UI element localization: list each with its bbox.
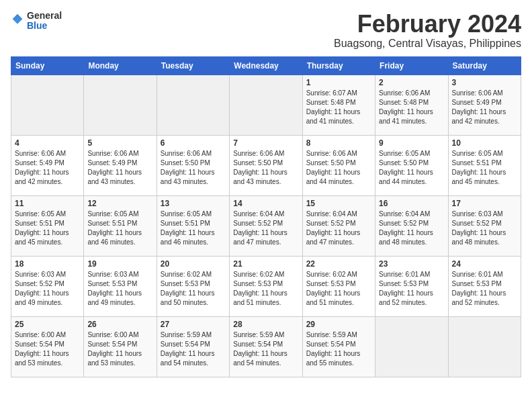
calendar-cell: 24Sunrise: 6:01 AM Sunset: 5:53 PM Dayli…: [448, 256, 521, 316]
day-info: Sunrise: 6:06 AM Sunset: 5:49 PM Dayligh…: [15, 149, 80, 187]
calendar-cell: 17Sunrise: 6:03 AM Sunset: 5:52 PM Dayli…: [448, 195, 521, 256]
day-number: 1: [306, 78, 371, 87]
day-info: Sunrise: 6:06 AM Sunset: 5:48 PM Dayligh…: [379, 89, 444, 126]
calendar-cell: 5Sunrise: 6:06 AM Sunset: 5:49 PM Daylig…: [84, 135, 157, 195]
header-day-tuesday: Tuesday: [157, 56, 229, 75]
day-number: 18: [15, 259, 80, 269]
day-number: 28: [233, 320, 298, 329]
day-info: Sunrise: 6:06 AM Sunset: 5:50 PM Dayligh…: [306, 149, 371, 187]
day-info: Sunrise: 6:06 AM Sunset: 5:49 PM Dayligh…: [87, 149, 152, 187]
location-subtitle: Buagsong, Central Visayas, Philippines: [334, 38, 521, 50]
header-row: SundayMondayTuesdayWednesdayThursdayFrid…: [11, 56, 521, 75]
calendar-cell: [375, 316, 448, 377]
calendar-cell: 23Sunrise: 6:01 AM Sunset: 5:53 PM Dayli…: [375, 256, 448, 316]
header-day-monday: Monday: [84, 56, 157, 75]
day-number: 17: [452, 199, 517, 208]
day-number: 4: [15, 138, 80, 148]
day-number: 10: [452, 138, 517, 148]
day-info: Sunrise: 6:04 AM Sunset: 5:52 PM Dayligh…: [306, 210, 371, 247]
day-number: 24: [452, 259, 517, 269]
logo: General Blue: [11, 11, 62, 32]
calendar-week-1: 1Sunrise: 6:07 AM Sunset: 5:48 PM Daylig…: [11, 75, 521, 135]
calendar-cell: 29Sunrise: 5:59 AM Sunset: 5:54 PM Dayli…: [302, 316, 375, 377]
day-info: Sunrise: 6:05 AM Sunset: 5:51 PM Dayligh…: [15, 210, 80, 247]
day-info: Sunrise: 6:03 AM Sunset: 5:53 PM Dayligh…: [87, 270, 152, 308]
day-info: Sunrise: 6:01 AM Sunset: 5:53 PM Dayligh…: [379, 270, 444, 308]
logo-general: General: [27, 11, 62, 21]
calendar-cell: 27Sunrise: 5:59 AM Sunset: 5:54 PM Dayli…: [157, 316, 229, 377]
title-section: February 2024 Buagsong, Central Visayas,…: [334, 11, 521, 50]
calendar-cell: 13Sunrise: 6:05 AM Sunset: 5:51 PM Dayli…: [157, 195, 229, 256]
calendar-cell: 9Sunrise: 6:05 AM Sunset: 5:50 PM Daylig…: [375, 135, 448, 195]
day-info: Sunrise: 6:04 AM Sunset: 5:52 PM Dayligh…: [233, 210, 298, 247]
calendar-cell: 16Sunrise: 6:04 AM Sunset: 5:52 PM Dayli…: [375, 195, 448, 256]
calendar-cell: 28Sunrise: 5:59 AM Sunset: 5:54 PM Dayli…: [230, 316, 302, 377]
day-info: Sunrise: 5:59 AM Sunset: 5:54 PM Dayligh…: [161, 330, 226, 368]
calendar-cell: 2Sunrise: 6:06 AM Sunset: 5:48 PM Daylig…: [375, 75, 448, 135]
calendar-cell: 4Sunrise: 6:06 AM Sunset: 5:49 PM Daylig…: [11, 135, 84, 195]
day-info: Sunrise: 6:05 AM Sunset: 5:51 PM Dayligh…: [161, 210, 226, 247]
calendar-cell: 1Sunrise: 6:07 AM Sunset: 5:48 PM Daylig…: [302, 75, 375, 135]
calendar-cell: [11, 75, 84, 135]
header-day-friday: Friday: [375, 56, 448, 75]
day-info: Sunrise: 6:05 AM Sunset: 5:51 PM Dayligh…: [87, 210, 152, 247]
day-info: Sunrise: 6:02 AM Sunset: 5:53 PM Dayligh…: [306, 270, 371, 308]
day-info: Sunrise: 6:05 AM Sunset: 5:50 PM Dayligh…: [379, 149, 444, 187]
calendar-cell: 3Sunrise: 6:06 AM Sunset: 5:49 PM Daylig…: [448, 75, 521, 135]
day-info: Sunrise: 6:00 AM Sunset: 5:54 PM Dayligh…: [87, 330, 152, 368]
logo-text: General Blue: [27, 11, 62, 32]
calendar-week-2: 4Sunrise: 6:06 AM Sunset: 5:49 PM Daylig…: [11, 135, 521, 195]
day-number: 29: [306, 320, 371, 329]
day-number: 15: [306, 199, 371, 208]
calendar-cell: 11Sunrise: 6:05 AM Sunset: 5:51 PM Dayli…: [11, 195, 84, 256]
day-info: Sunrise: 6:06 AM Sunset: 5:49 PM Dayligh…: [452, 89, 517, 126]
day-info: Sunrise: 5:59 AM Sunset: 5:54 PM Dayligh…: [233, 330, 298, 368]
day-info: Sunrise: 6:05 AM Sunset: 5:51 PM Dayligh…: [452, 149, 517, 187]
day-number: 22: [306, 259, 371, 269]
day-info: Sunrise: 6:06 AM Sunset: 5:50 PM Dayligh…: [161, 149, 226, 187]
day-info: Sunrise: 6:07 AM Sunset: 5:48 PM Dayligh…: [306, 89, 371, 126]
calendar-cell: 25Sunrise: 6:00 AM Sunset: 5:54 PM Dayli…: [11, 316, 84, 377]
calendar-body: 1Sunrise: 6:07 AM Sunset: 5:48 PM Daylig…: [11, 75, 521, 377]
calendar-cell: 19Sunrise: 6:03 AM Sunset: 5:53 PM Dayli…: [84, 256, 157, 316]
month-title: February 2024: [334, 11, 521, 38]
day-number: 21: [233, 259, 298, 269]
calendar-cell: [230, 75, 302, 135]
day-number: 7: [233, 138, 298, 148]
day-number: 19: [87, 259, 152, 269]
logo-blue: Blue: [27, 21, 62, 31]
calendar-cell: [84, 75, 157, 135]
calendar-cell: [157, 75, 229, 135]
day-info: Sunrise: 6:03 AM Sunset: 5:52 PM Dayligh…: [452, 210, 517, 247]
calendar-table: SundayMondayTuesdayWednesdayThursdayFrid…: [11, 56, 521, 377]
calendar-cell: 7Sunrise: 6:06 AM Sunset: 5:50 PM Daylig…: [230, 135, 302, 195]
day-number: 2: [379, 78, 444, 87]
day-number: 26: [87, 320, 152, 329]
calendar-cell: 8Sunrise: 6:06 AM Sunset: 5:50 PM Daylig…: [302, 135, 375, 195]
logo-icon: [11, 13, 24, 29]
calendar-cell: 10Sunrise: 6:05 AM Sunset: 5:51 PM Dayli…: [448, 135, 521, 195]
calendar-week-3: 11Sunrise: 6:05 AM Sunset: 5:51 PM Dayli…: [11, 195, 521, 256]
calendar-cell: 22Sunrise: 6:02 AM Sunset: 5:53 PM Dayli…: [302, 256, 375, 316]
day-number: 27: [161, 320, 226, 329]
calendar-cell: 20Sunrise: 6:02 AM Sunset: 5:53 PM Dayli…: [157, 256, 229, 316]
header-day-wednesday: Wednesday: [230, 56, 302, 75]
day-info: Sunrise: 6:00 AM Sunset: 5:54 PM Dayligh…: [15, 330, 80, 368]
calendar-cell: [448, 316, 521, 377]
calendar-cell: 15Sunrise: 6:04 AM Sunset: 5:52 PM Dayli…: [302, 195, 375, 256]
calendar-cell: 12Sunrise: 6:05 AM Sunset: 5:51 PM Dayli…: [84, 195, 157, 256]
day-number: 12: [87, 199, 152, 208]
day-number: 5: [87, 138, 152, 148]
calendar-cell: 6Sunrise: 6:06 AM Sunset: 5:50 PM Daylig…: [157, 135, 229, 195]
calendar-header: SundayMondayTuesdayWednesdayThursdayFrid…: [11, 56, 521, 75]
day-number: 13: [161, 199, 226, 208]
day-info: Sunrise: 6:02 AM Sunset: 5:53 PM Dayligh…: [233, 270, 298, 308]
day-number: 3: [452, 78, 517, 87]
day-info: Sunrise: 6:01 AM Sunset: 5:53 PM Dayligh…: [452, 270, 517, 308]
day-info: Sunrise: 6:06 AM Sunset: 5:50 PM Dayligh…: [233, 149, 298, 187]
calendar-cell: 21Sunrise: 6:02 AM Sunset: 5:53 PM Dayli…: [230, 256, 302, 316]
day-number: 25: [15, 320, 80, 329]
day-number: 23: [379, 259, 444, 269]
calendar-cell: 18Sunrise: 6:03 AM Sunset: 5:52 PM Dayli…: [11, 256, 84, 316]
header-day-thursday: Thursday: [302, 56, 375, 75]
